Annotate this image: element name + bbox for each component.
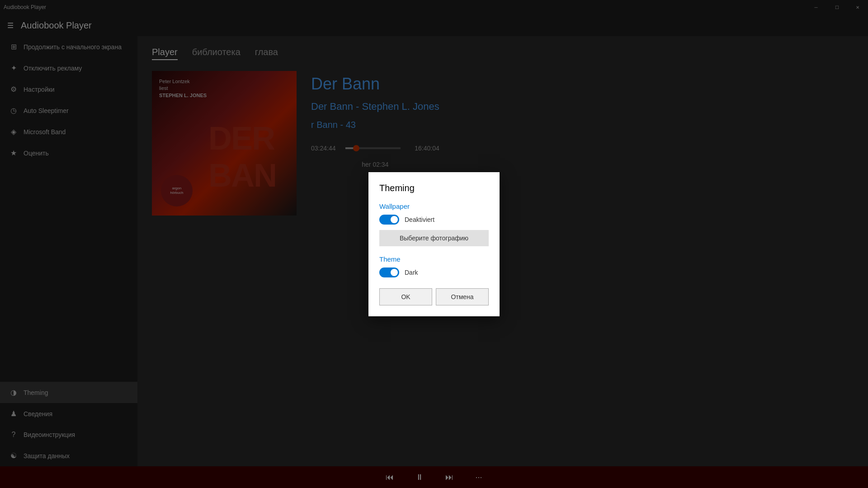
cancel-button[interactable]: Отмена (436, 288, 489, 305)
choose-photo-button[interactable]: Выберите фотографию (379, 230, 489, 246)
modal-overlay[interactable]: Theming Wallpaper Deaktiviert Выберите ф… (0, 0, 868, 488)
wallpaper-toggle-row: Deaktiviert (379, 215, 489, 225)
theme-toggle[interactable] (379, 267, 399, 277)
wallpaper-section-title: Wallpaper (379, 202, 489, 210)
wallpaper-toggle[interactable] (379, 215, 399, 225)
theming-dialog: Theming Wallpaper Deaktiviert Выберите ф… (368, 172, 500, 316)
dialog-buttons: OK Отмена (379, 288, 489, 305)
wallpaper-toggle-label: Deaktiviert (405, 216, 434, 223)
wallpaper-toggle-knob (391, 216, 398, 223)
ok-button[interactable]: OK (379, 288, 432, 305)
theme-section-title: Theme (379, 255, 489, 263)
theme-toggle-row: Dark (379, 267, 489, 277)
theme-toggle-knob (391, 269, 398, 276)
dialog-title: Theming (379, 183, 489, 193)
theme-toggle-label: Dark (405, 269, 418, 276)
